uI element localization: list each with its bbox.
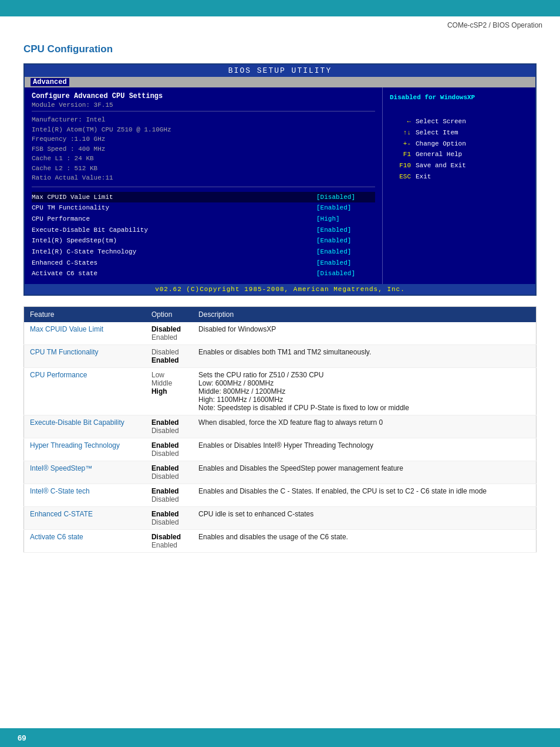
bios-setting-label-1: Max CPUID Value Limit <box>32 192 316 203</box>
bios-help-row-2: ↑↓ Select Item <box>390 127 528 138</box>
bios-setting-row-2[interactable]: CPU TM Functionality [Enabled] <box>32 202 375 214</box>
bios-setting-row-6[interactable]: Intel(R) C-State Technology [Enabled] <box>32 246 375 258</box>
bios-help-title: Disabled for WindowsXP <box>390 92 528 103</box>
main-content: CPU Configuration BIOS SETUP UTILITY Adv… <box>0 32 560 576</box>
bios-info-line-7: Ratio Actual Value:11 <box>32 173 375 183</box>
option-item: Enabled <box>151 418 187 427</box>
table-cell-feature: Intel® SpeedStep™ <box>24 461 146 484</box>
col-feature: Feature <box>24 307 146 323</box>
breadcrumb: COMe-cSP2 / BIOS Operation <box>0 16 560 32</box>
feature-name[interactable]: Activate C6 state <box>30 533 83 541</box>
bios-key-4: F1 <box>390 149 411 160</box>
bios-key-3: +- <box>390 138 411 150</box>
table-cell-description: Enables and Disables the SpeedStep power… <box>193 461 536 484</box>
bios-setting-row-5[interactable]: Intel(R) SpeedStep(tm) [Enabled] <box>32 235 375 246</box>
table-cell-option: EnabledDisabled <box>146 461 193 484</box>
table-row: CPU TM FunctionalityDisabledEnabledEnabl… <box>24 345 537 368</box>
bios-setting-row-3[interactable]: CPU Performance [High] <box>32 214 375 225</box>
option-item: Disabled <box>151 449 187 458</box>
bios-setting-value-1: [Disabled] <box>316 192 375 203</box>
table-cell-feature: Activate C6 state <box>24 530 146 553</box>
table-cell-description: Enables and Disables the C - States. If … <box>193 484 536 507</box>
bios-setting-label-8: Activate C6 state <box>32 268 316 279</box>
table-cell-option: DisabledEnabled <box>146 322 193 345</box>
table-row: Intel® SpeedStep™EnabledDisabledEnables … <box>24 461 537 484</box>
feature-name[interactable]: Hyper Threading Technology <box>30 441 120 449</box>
bios-info-line-4: FSB Speed : 400 MHz <box>32 144 375 154</box>
table-cell-option: EnabledDisabled <box>146 507 193 530</box>
page-title: CPU Configuration <box>23 43 537 55</box>
bios-bottom-bar: v02.62 (C)Copyright 1985-2008, American … <box>25 284 535 295</box>
bios-setting-label-7: Enhanced C-States <box>32 258 316 269</box>
bios-help-row-1: ← Select Screen <box>390 116 528 127</box>
bios-key-desc-3: Change Option <box>416 138 466 150</box>
bios-setting-value-6: [Enabled] <box>316 246 375 258</box>
bios-menu-advanced[interactable]: Advanced <box>31 78 69 86</box>
feature-name[interactable]: Execute-Disable Bit Capability <box>30 418 124 427</box>
table-cell-description: Enables or Disables Intel® Hyper Threadi… <box>193 438 536 461</box>
feature-name[interactable]: Intel® SpeedStep™ <box>30 464 92 472</box>
table-cell-description: When disabled, force the XD feature flag… <box>193 415 536 438</box>
table-cell-feature: Intel® C-State tech <box>24 484 146 507</box>
option-item: Enabled <box>151 464 187 472</box>
bios-right-panel: Disabled for WindowsXP ← Select Screen ↑… <box>383 87 535 284</box>
table-cell-feature: Enhanced C-STATE <box>24 507 146 530</box>
bios-key-desc-4: General Help <box>416 149 462 160</box>
option-item: Low <box>151 371 187 379</box>
table-cell-feature: CPU TM Functionality <box>24 345 146 368</box>
bios-cpu-info: Manufacturer: Intel Intel(R) Atom(TM) CP… <box>32 115 375 187</box>
option-item: Enabled <box>151 487 187 495</box>
bios-help-panel: Disabled for WindowsXP ← Select Screen ↑… <box>390 92 528 182</box>
bios-module-version: Module Version: 3F.15 <box>32 102 375 111</box>
table-cell-option: DisabledEnabled <box>146 530 193 553</box>
bios-info-line-2: Intel(R) Atom(TM) CPU Z510 @ 1.10GHz <box>32 125 375 135</box>
option-item: Disabled <box>151 427 187 435</box>
table-cell-option: EnabledDisabled <box>146 438 193 461</box>
bios-info-line-6: Cache L2 : 512 KB <box>32 164 375 174</box>
bios-inner: Configure Advanced CPU Settings Module V… <box>25 87 535 284</box>
option-item: Disabled <box>151 325 187 333</box>
table-row: Intel® C-State techEnabledDisabledEnable… <box>24 484 537 507</box>
feature-name[interactable]: Max CPUID Value Limit <box>30 325 103 333</box>
table-cell-description: Enables or disables both TM1 and TM2 sim… <box>193 345 536 368</box>
option-item: Enabled <box>151 441 187 449</box>
bios-setting-row-8[interactable]: Activate C6 state [Disabled] <box>32 268 375 279</box>
top-bar <box>0 0 560 16</box>
bios-setting-row-4[interactable]: Execute-Disable Bit Capability [Enabled] <box>32 225 375 236</box>
table-cell-option: EnabledDisabled <box>146 484 193 507</box>
table-cell-description: Enables and disables the usage of the C6… <box>193 530 536 553</box>
feature-name[interactable]: Intel® C-State tech <box>30 487 90 495</box>
footer-page-number: 69 <box>18 734 26 742</box>
feature-name[interactable]: CPU TM Functionality <box>30 348 98 356</box>
bios-key-desc-5: Save and Exit <box>416 160 466 171</box>
feature-name[interactable]: CPU Performance <box>30 371 87 379</box>
table-cell-option: DisabledEnabled <box>146 345 193 368</box>
bios-key-desc-2: Select Item <box>416 127 458 138</box>
bios-setting-label-2: CPU TM Functionality <box>32 202 316 214</box>
bios-section-title: Configure Advanced CPU Settings <box>32 92 375 100</box>
bios-key-desc-1: Select Screen <box>416 116 466 127</box>
table-cell-option: LowMiddleHigh <box>146 368 193 415</box>
col-description: Description <box>193 307 536 323</box>
option-item: Disabled <box>151 518 187 526</box>
bios-key-5: F10 <box>390 160 411 171</box>
table-row: Activate C6 stateDisabledEnabledEnables … <box>24 530 537 553</box>
col-option: Option <box>146 307 193 323</box>
bios-help-row-3: +- Change Option <box>390 138 528 150</box>
config-table: Feature Option Description Max CPUID Val… <box>23 306 537 553</box>
option-item: Enabled <box>151 510 187 518</box>
bios-setting-row-1[interactable]: Max CPUID Value Limit [Disabled] <box>32 192 375 203</box>
bios-title-bar: BIOS SETUP UTILITY <box>25 65 535 77</box>
bios-setting-value-3: [High] <box>316 214 375 225</box>
option-item: Middle <box>151 379 187 387</box>
bios-key-2: ↑↓ <box>390 127 411 138</box>
bios-left-panel: Configure Advanced CPU Settings Module V… <box>25 87 383 284</box>
breadcrumb-text: COMe-cSP2 / BIOS Operation <box>447 21 542 29</box>
option-item: Enabled <box>151 333 187 342</box>
feature-name[interactable]: Enhanced C-STATE <box>30 510 93 518</box>
bios-box: BIOS SETUP UTILITY Advanced Configure Ad… <box>23 63 537 296</box>
table-cell-feature: Execute-Disable Bit Capability <box>24 415 146 438</box>
option-item: Disabled <box>151 348 187 356</box>
bios-setting-row-7[interactable]: Enhanced C-States [Enabled] <box>32 258 375 269</box>
bios-key-6: ESC <box>390 171 411 182</box>
